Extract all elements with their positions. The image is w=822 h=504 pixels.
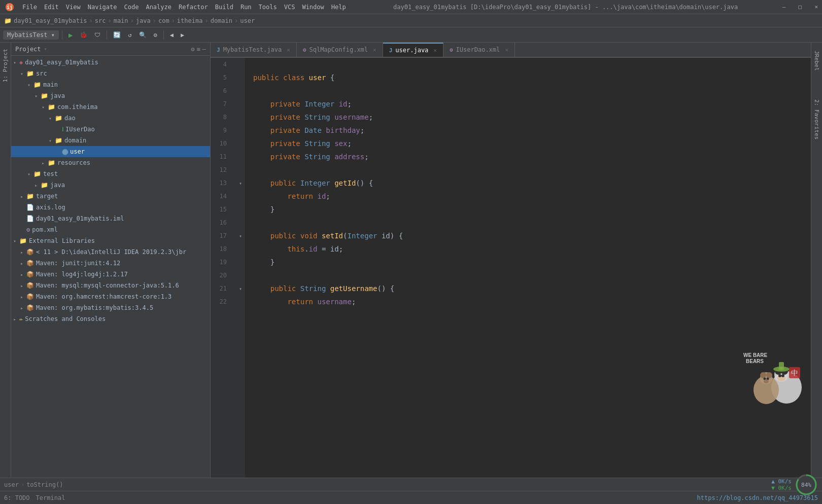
tab-close-iuserdao[interactable]: × bbox=[505, 47, 508, 53]
fold-marker-21[interactable]: ▾ bbox=[236, 282, 245, 295]
tab-close-mybatistest[interactable]: × bbox=[287, 47, 290, 53]
tree-item[interactable]: ▸📁target bbox=[11, 191, 210, 202]
menu-file[interactable]: File bbox=[19, 3, 40, 12]
tree-item[interactable]: ▸📦< 11 > D:\idea\IntelliJ IDEA 2019.2.3\… bbox=[11, 246, 210, 258]
settings-button[interactable]: ⚙ bbox=[151, 30, 160, 40]
tree-item[interactable]: 📄axis.log bbox=[11, 202, 210, 213]
editor-content[interactable]: 4 5 6 7 8 9 10 11 12 13 14 15 16 17 18 1… bbox=[211, 58, 811, 478]
tree-item[interactable]: ▸📦Maven: mysql:mysql-connector-java:5.1.… bbox=[11, 280, 210, 291]
fold-marker-18 bbox=[236, 242, 245, 256]
tree-item[interactable]: ▸📦Maven: org.mybatis:mybatis:3.4.5 bbox=[11, 302, 210, 313]
right-tool-strip: JRebel 2: Favorites bbox=[811, 43, 822, 478]
breadcrumb-part-3[interactable]: java bbox=[136, 17, 151, 24]
tree-item[interactable]: ⬤user bbox=[11, 146, 210, 157]
breadcrumb-part-2[interactable]: main bbox=[114, 17, 128, 24]
tree-item[interactable]: ▾📁test bbox=[11, 168, 210, 179]
tree-item[interactable]: ▾📁dao bbox=[11, 113, 210, 124]
menu-navigate[interactable]: Navigate bbox=[85, 3, 120, 12]
breadcrumb-part-7[interactable]: user bbox=[240, 17, 255, 24]
debug-button[interactable]: 🐞 bbox=[77, 30, 90, 40]
menu-help[interactable]: Help bbox=[328, 3, 349, 12]
tree-item[interactable]: ▸📁resources bbox=[11, 157, 210, 168]
tree-item[interactable]: ▾◈day01_easy_01mybatis bbox=[11, 57, 210, 68]
favorites-panel-label[interactable]: 2: Favorites bbox=[812, 95, 821, 143]
refresh-button[interactable]: ↺ bbox=[125, 30, 134, 40]
tab-user[interactable]: J user.java × bbox=[383, 43, 443, 57]
tree-item[interactable]: ▸📦Maven: log4j:log4j:1.2.17 bbox=[11, 269, 210, 280]
run-config-selector[interactable]: MybatisTest ▾ bbox=[3, 30, 59, 40]
breadcrumb-part-6[interactable]: domain bbox=[211, 17, 232, 24]
breadcrumb-part-0[interactable]: day01_easy_01mybatis bbox=[14, 17, 87, 24]
toolbar-separator-1 bbox=[62, 30, 62, 40]
coverage-button[interactable]: 🛡 bbox=[91, 30, 104, 40]
close-button[interactable]: ✕ bbox=[814, 4, 818, 10]
title-bar: ij File Edit View Navigate Code Analyze … bbox=[0, 0, 822, 14]
svg-text:84%: 84% bbox=[801, 482, 811, 488]
tree-item[interactable]: ▾📁External Libraries bbox=[11, 235, 210, 246]
menu-run[interactable]: Run bbox=[237, 3, 255, 12]
menu-window[interactable]: Window bbox=[299, 3, 327, 12]
menu-view[interactable]: View bbox=[63, 3, 84, 12]
tree-arrow: ▾ bbox=[27, 171, 33, 177]
tree-item[interactable]: ⚙pom.xml bbox=[11, 224, 210, 235]
forward-button[interactable]: ▶ bbox=[178, 30, 187, 40]
breadcrumb-part-5[interactable]: itheima bbox=[177, 17, 203, 24]
tab-sqlmapconfig[interactable]: ⚙ SqlMapConfig.xml × bbox=[297, 43, 383, 57]
fold-marker-13[interactable]: ▾ bbox=[236, 176, 245, 190]
maximize-button[interactable]: □ bbox=[799, 4, 802, 10]
back-button[interactable]: ◀ bbox=[167, 30, 177, 40]
interface-icon: Ⅰ bbox=[62, 126, 63, 133]
breadcrumb-part-4[interactable]: com bbox=[158, 17, 169, 24]
menu-code[interactable]: Code bbox=[121, 3, 142, 12]
tab-mybatistest[interactable]: J MybatisTest.java × bbox=[211, 43, 297, 57]
tree-item[interactable]: ▸📦Maven: junit:junit:4.12 bbox=[11, 258, 210, 269]
tab-close-sqlmapconfig[interactable]: × bbox=[373, 47, 376, 53]
bottom-breadcrumb-tostring[interactable]: toString() bbox=[26, 481, 63, 488]
jrebel-panel-label[interactable]: JRebel bbox=[812, 47, 821, 75]
code-line-6 bbox=[245, 84, 811, 97]
menu-analyze[interactable]: Analyze bbox=[143, 3, 175, 12]
search-everywhere-button[interactable]: 🔍 bbox=[136, 30, 150, 40]
tab-iuserdao[interactable]: ⚙ IUserDao.xml × bbox=[443, 43, 515, 57]
run-button[interactable]: ▶ bbox=[65, 30, 76, 40]
settings-icon[interactable]: ≡ bbox=[197, 46, 200, 53]
menu-refactor[interactable]: Refactor bbox=[176, 3, 211, 12]
tree-item[interactable]: ▸✏Scratches and Consoles bbox=[11, 313, 210, 325]
tree-item[interactable]: ⅠIUserDao bbox=[11, 124, 210, 135]
project-panel: Project ▾ ⚙ ≡ — ▾◈day01_easy_01mybatis▾📁… bbox=[11, 43, 211, 478]
tree-label: main bbox=[43, 81, 58, 88]
minimize-button[interactable]: — bbox=[782, 4, 786, 10]
hide-icon[interactable]: — bbox=[202, 46, 206, 53]
sync-icon[interactable]: ⚙ bbox=[191, 46, 194, 53]
menu-bar[interactable]: File Edit View Navigate Code Analyze Ref… bbox=[19, 3, 349, 12]
todo-button[interactable]: 6: TODO bbox=[4, 494, 30, 501]
tree-item[interactable]: ▾📁src bbox=[11, 68, 210, 79]
menu-vcs[interactable]: VCS bbox=[281, 3, 298, 12]
tree-item[interactable]: ▸📁java bbox=[11, 179, 210, 191]
menu-edit[interactable]: Edit bbox=[41, 3, 62, 12]
tree-item[interactable]: ▾📁com.itheima bbox=[11, 101, 210, 113]
terminal-button[interactable]: Terminal bbox=[36, 494, 65, 501]
tree-item[interactable]: 📄day01_easy_01mybatis.iml bbox=[11, 213, 210, 224]
editor-tabs: J MybatisTest.java × ⚙ SqlMapConfig.xml … bbox=[211, 43, 811, 58]
breadcrumb-part-1[interactable]: src bbox=[95, 17, 106, 24]
tree-item[interactable]: ▾📁main bbox=[11, 79, 210, 90]
code-editor[interactable]: public class user { private Integer id; … bbox=[245, 58, 811, 478]
toolbar: MybatisTest ▾ ▶ 🐞 🛡 🔄 ↺ 🔍 ⚙ ◀ ▶ bbox=[0, 27, 822, 43]
tab-close-user[interactable]: × bbox=[433, 47, 437, 54]
sync-button[interactable]: 🔄 bbox=[110, 30, 124, 40]
tree-label: domain bbox=[64, 137, 86, 144]
bottom-breadcrumb-user[interactable]: user bbox=[4, 481, 19, 488]
window-controls[interactable]: — □ ✕ bbox=[782, 4, 818, 10]
status-bar: 6: TODO Terminal https://blog.csdn.net/q… bbox=[0, 491, 822, 504]
java-icon: J bbox=[217, 47, 220, 53]
tree-item[interactable]: ▾📁java bbox=[11, 90, 210, 101]
menu-build[interactable]: Build bbox=[212, 3, 236, 12]
tree-item[interactable]: ▸📦Maven: org.hamcrest:hamcrest-core:1.3 bbox=[11, 291, 210, 302]
project-panel-label[interactable]: 1: Project bbox=[1, 45, 10, 86]
status-bar-left: 6: TODO Terminal bbox=[4, 494, 65, 501]
project-header-icons[interactable]: ⚙ ≡ — bbox=[191, 46, 206, 53]
menu-tools[interactable]: Tools bbox=[256, 3, 280, 12]
tree-item[interactable]: ▾📁domain bbox=[11, 135, 210, 146]
fold-marker-17[interactable]: ▾ bbox=[236, 229, 245, 242]
